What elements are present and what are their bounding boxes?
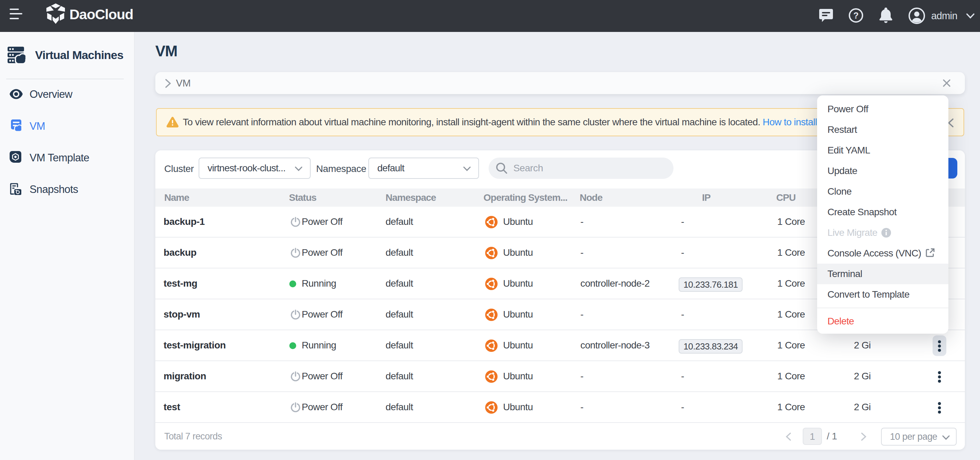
svg-text:?: ? (854, 11, 859, 20)
